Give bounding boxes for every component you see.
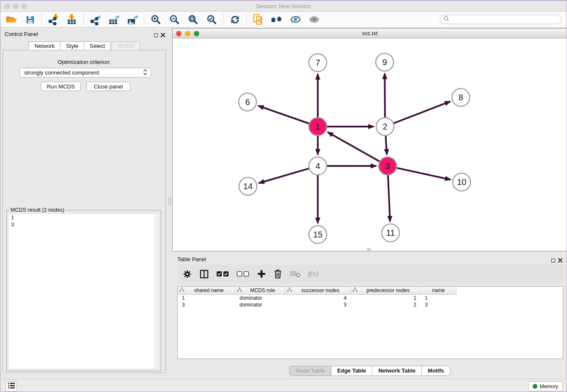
export-table-icon[interactable]	[106, 13, 121, 26]
graph-node-label: 14	[243, 182, 253, 191]
float-table-panel-icon[interactable]	[551, 259, 555, 262]
table-cell[interactable]: dominator	[235, 301, 285, 308]
edge-1-6[interactable]	[258, 106, 309, 124]
search-input[interactable]	[451, 17, 558, 22]
settings-icon[interactable]	[182, 268, 192, 280]
table-row[interactable]: 1dominator411	[178, 295, 563, 301]
main-toolbar	[0, 12, 567, 28]
node-table[interactable]: shared nameMCDS rolesuccessor nodesprede…	[177, 286, 563, 359]
float-panel-icon[interactable]	[154, 33, 158, 37]
edge-3-11[interactable]	[388, 175, 390, 221]
memory-status-icon	[533, 384, 537, 389]
table-header-row: shared nameMCDS rolesuccessor nodesprede…	[178, 287, 563, 295]
close-panel-icon[interactable]	[161, 31, 165, 39]
toolbar-separator	[223, 14, 223, 25]
dropdown-stepper-icon	[143, 69, 147, 77]
optimization-criterion-dropdown[interactable]: strongly connected component	[19, 68, 151, 77]
column-header-predecessor-nodes[interactable]: predecessor nodes	[351, 287, 421, 295]
tab-select[interactable]: Select	[84, 41, 111, 51]
result-scrollbar[interactable]	[154, 214, 159, 369]
edge-4-14[interactable]	[259, 168, 309, 183]
add-column-icon[interactable]	[257, 268, 266, 280]
hide-selected-icon[interactable]	[288, 13, 303, 26]
mcds-result-title: MCDS result (2 nodes)	[9, 207, 66, 213]
table-cell[interactable]: 1	[421, 295, 457, 301]
toolbar-separator	[144, 14, 144, 25]
network-canvas[interactable]: 7968124314101511	[173, 39, 567, 251]
window-titlebar: Session: New Session	[0, 1, 567, 12]
window-title: Session: New Session	[0, 1, 567, 11]
control-panel-title: Control Panel	[5, 31, 38, 37]
tab-edge-table[interactable]: Edge Table	[331, 366, 372, 376]
network-close-icon[interactable]: x	[176, 31, 182, 36]
tab-mcds[interactable]: MCDS	[112, 41, 140, 51]
columns-icon[interactable]	[199, 268, 209, 280]
tab-network[interactable]: Network	[28, 41, 61, 51]
zoom-selected-icon[interactable]	[204, 13, 219, 26]
first-neighbors-icon[interactable]	[269, 13, 284, 26]
clone-network-icon[interactable]	[250, 13, 266, 26]
memory-button[interactable]: Memory	[528, 381, 563, 391]
column-header-MCDS-role[interactable]: MCDS role	[235, 287, 285, 295]
tab-network-table[interactable]: Network Table	[372, 366, 422, 376]
export-network-icon[interactable]	[88, 13, 103, 26]
zoom-in-icon[interactable]	[148, 13, 163, 26]
edge-2-8[interactable]	[394, 102, 450, 123]
table-cell[interactable]: 3	[421, 301, 457, 308]
table-cell[interactable]: 4	[285, 295, 351, 301]
edge-3-1[interactable]	[328, 132, 380, 161]
table-panel-header: Table Panel	[172, 253, 567, 263]
table-row[interactable]: 3dominator323	[178, 301, 563, 308]
zoom-fit-icon[interactable]	[185, 13, 201, 26]
table-cell[interactable]: 1	[178, 295, 235, 301]
window-controls	[5, 4, 27, 9]
export-image-icon[interactable]	[125, 13, 140, 26]
close-table-panel-icon[interactable]	[558, 257, 562, 264]
column-header-shared-name[interactable]: shared name	[178, 287, 235, 295]
toolbar-separator	[83, 14, 84, 25]
graph-node-label: 15	[313, 230, 322, 239]
edge-2-9[interactable]	[385, 74, 385, 117]
tab-motifs[interactable]: Motifs	[422, 366, 450, 376]
mcds-result-list[interactable]: 13	[9, 214, 159, 369]
table-cell[interactable]: dominator	[235, 295, 285, 301]
window-close-button[interactable]	[5, 4, 10, 9]
window-minimize-button[interactable]	[13, 4, 18, 9]
run-mcds-button[interactable]: Run MCDS	[41, 82, 81, 91]
search-box[interactable]	[440, 15, 561, 24]
table-cell[interactable]: 3	[178, 301, 235, 308]
refresh-layout-icon[interactable]	[227, 13, 242, 26]
table-cell[interactable]: 2	[351, 301, 421, 308]
column-header-name[interactable]: name	[421, 287, 457, 295]
table-cell[interactable]: 3	[285, 301, 351, 308]
network-window-titlebar[interactable]: x−+ scc.txt	[173, 29, 567, 39]
open-file-icon[interactable]	[4, 13, 19, 26]
delete-column-icon[interactable]	[273, 268, 282, 280]
column-header-successor-nodes[interactable]: successor nodes	[285, 287, 351, 295]
import-network-icon[interactable]	[46, 13, 61, 26]
table-panel-title: Table Panel	[177, 256, 206, 262]
window-zoom-button[interactable]	[22, 4, 27, 9]
main-toolbar-groups	[4, 13, 322, 26]
panel-splitter[interactable]	[168, 28, 172, 379]
search-icon	[443, 16, 449, 23]
network-maximize-icon[interactable]: +	[194, 31, 199, 36]
memory-label: Memory	[540, 384, 558, 389]
deselect-all-icon[interactable]	[237, 268, 250, 280]
table-cell[interactable]: 1	[351, 295, 421, 301]
save-session-icon[interactable]	[22, 13, 38, 26]
toolbar-separator	[246, 14, 247, 25]
select-all-icon[interactable]	[216, 268, 229, 280]
import-table-icon[interactable]	[64, 13, 80, 26]
edge-2-3[interactable]	[385, 136, 387, 155]
close-panel-button[interactable]: Close panel	[86, 82, 130, 91]
list-icon	[8, 382, 15, 391]
task-history-button[interactable]	[6, 381, 17, 392]
network-minimize-icon[interactable]: −	[185, 31, 190, 36]
zoom-out-icon[interactable]	[167, 13, 182, 26]
tab-style[interactable]: Style	[61, 41, 84, 51]
splitter-grip[interactable]	[168, 197, 171, 204]
tab-node-table[interactable]: Node Table	[289, 366, 331, 376]
edge-3-10[interactable]	[396, 168, 450, 180]
network-splitter-grip[interactable]	[367, 248, 371, 251]
